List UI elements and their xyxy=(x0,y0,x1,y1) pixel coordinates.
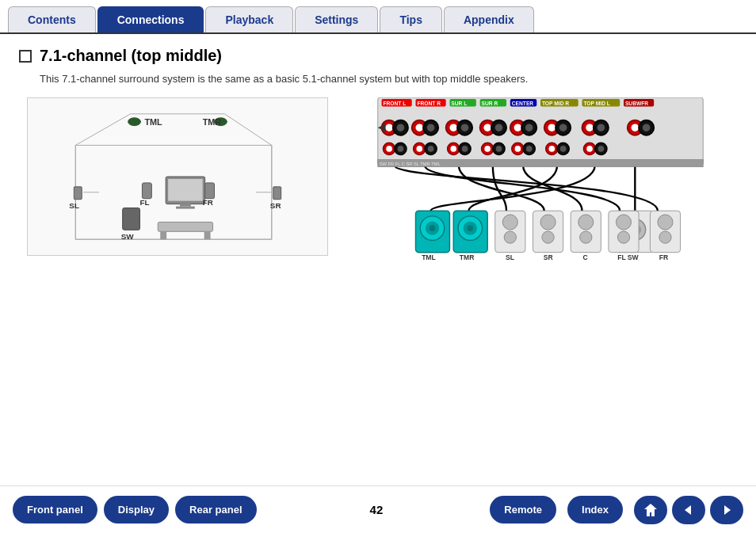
svg-point-84 xyxy=(416,146,422,152)
svg-point-129 xyxy=(502,215,517,230)
svg-text:FR: FR xyxy=(659,253,669,261)
svg-text:FRONT R: FRONT R xyxy=(417,101,441,106)
front-panel-button[interactable]: Front panel xyxy=(13,496,97,523)
svg-rect-22 xyxy=(74,187,82,200)
svg-rect-29 xyxy=(204,231,211,239)
nav-tabs: Contents Connections Playback Settings T… xyxy=(0,0,756,34)
svg-point-68 xyxy=(514,124,522,131)
svg-line-0 xyxy=(75,114,130,146)
tab-appendix[interactable]: Appendix xyxy=(444,6,534,32)
svg-text:SUR R: SUR R xyxy=(482,101,498,106)
svg-point-72 xyxy=(548,124,556,131)
footer: Front panel Display Rear panel 42 Remote… xyxy=(0,485,756,533)
svg-point-66 xyxy=(495,124,503,131)
svg-point-50 xyxy=(643,124,651,131)
main-content: 7.1-channel (top middle) This 7.1-channe… xyxy=(0,34,756,276)
svg-text:FL: FL xyxy=(139,198,149,207)
connection-diagram: FRONT L FRONT R SUR L SUR R CENTER TOP M… xyxy=(344,97,737,264)
svg-text:TOP MID R: TOP MID R xyxy=(542,101,569,106)
svg-point-94 xyxy=(496,146,502,152)
svg-point-86 xyxy=(428,146,434,152)
tab-playback[interactable]: Playback xyxy=(205,6,293,32)
page-number: 42 xyxy=(263,503,491,516)
svg-text:SL: SL xyxy=(69,201,79,210)
svg-point-140 xyxy=(430,225,436,231)
svg-text:TMR: TMR xyxy=(460,253,475,261)
svg-point-98 xyxy=(526,146,533,152)
svg-rect-19 xyxy=(123,208,140,230)
forward-button[interactable] xyxy=(710,496,743,524)
section-description: This 7.1-channel surround system is the … xyxy=(40,73,737,85)
svg-point-114 xyxy=(659,231,671,243)
svg-text:FR: FR xyxy=(203,198,213,207)
svg-point-135 xyxy=(467,225,473,231)
svg-point-96 xyxy=(515,146,521,152)
back-button[interactable] xyxy=(672,496,705,524)
svg-point-102 xyxy=(560,146,567,152)
svg-point-121 xyxy=(578,215,594,230)
svg-text:SW: SW xyxy=(121,232,135,241)
rear-panel-button[interactable]: Rear panel xyxy=(175,496,256,523)
svg-point-100 xyxy=(549,146,556,152)
tab-tips[interactable]: Tips xyxy=(380,6,442,32)
tab-settings[interactable]: Settings xyxy=(295,6,378,32)
svg-point-48 xyxy=(632,124,640,131)
display-button[interactable]: Display xyxy=(104,496,169,523)
home-button[interactable] xyxy=(634,496,667,524)
svg-rect-12 xyxy=(168,179,203,201)
svg-point-130 xyxy=(504,231,516,243)
svg-point-70 xyxy=(525,124,533,131)
svg-point-78 xyxy=(598,124,605,131)
back-icon xyxy=(681,502,697,518)
svg-point-90 xyxy=(462,146,468,152)
footer-right: Remote Index xyxy=(490,496,743,524)
forward-icon xyxy=(719,502,735,518)
svg-text:TML: TML xyxy=(422,253,436,261)
svg-text:SUBWFR: SUBWFR xyxy=(625,101,648,106)
remote-button[interactable]: Remote xyxy=(490,496,556,523)
diagrams-container: TML TMR FL FR SW xyxy=(27,97,737,264)
svg-rect-27 xyxy=(158,222,212,231)
svg-point-7 xyxy=(128,118,141,126)
svg-text:SUR L: SUR L xyxy=(451,101,467,106)
svg-point-126 xyxy=(542,231,554,243)
svg-text:SR: SR xyxy=(270,201,281,210)
tab-contents[interactable]: Contents xyxy=(8,6,96,32)
svg-point-125 xyxy=(540,215,556,230)
svg-text:SR: SR xyxy=(544,253,554,261)
page-title: 7.1-channel (top middle) xyxy=(40,47,222,65)
svg-rect-17 xyxy=(205,183,215,199)
room-diagram: TML TMR FL FR SW xyxy=(27,97,328,256)
svg-point-106 xyxy=(598,146,605,152)
svg-point-117 xyxy=(616,215,631,230)
svg-text:SW    FR    FL    C    SR    S: SW FR FL C SR SL TMR TML xyxy=(380,162,441,166)
svg-text:FRONT L: FRONT L xyxy=(383,101,406,106)
svg-point-64 xyxy=(483,124,491,131)
index-button[interactable]: Index xyxy=(567,496,623,523)
svg-point-113 xyxy=(658,215,673,230)
svg-line-1 xyxy=(224,114,271,146)
svg-point-58 xyxy=(427,124,435,131)
tab-connections[interactable]: Connections xyxy=(97,6,204,32)
svg-point-80 xyxy=(386,146,392,152)
svg-point-122 xyxy=(580,231,592,243)
home-icon xyxy=(643,502,659,518)
svg-point-52 xyxy=(385,124,393,131)
svg-point-76 xyxy=(586,124,594,131)
svg-point-74 xyxy=(559,124,567,131)
svg-text:TOP MID L: TOP MID L xyxy=(583,101,610,106)
svg-rect-15 xyxy=(142,183,151,199)
svg-text:FL: FL xyxy=(617,253,625,261)
section-title: 7.1-channel (top middle) xyxy=(19,47,737,65)
svg-text:SW: SW xyxy=(628,253,640,261)
svg-point-62 xyxy=(461,124,469,131)
svg-text:CENTER: CENTER xyxy=(512,101,534,106)
svg-text:TMR: TMR xyxy=(203,117,222,127)
svg-point-82 xyxy=(398,146,404,152)
svg-text:TML: TML xyxy=(144,117,162,127)
svg-point-54 xyxy=(397,124,405,131)
svg-rect-25 xyxy=(273,187,281,200)
svg-point-56 xyxy=(416,124,424,131)
svg-rect-28 xyxy=(160,231,166,239)
svg-text:C: C xyxy=(582,253,587,261)
